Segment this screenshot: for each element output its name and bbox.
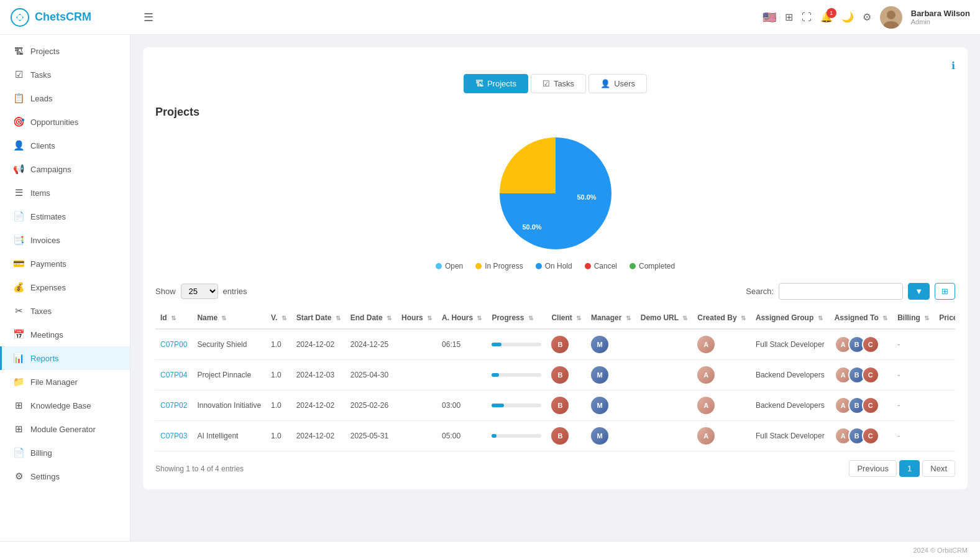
client-avatar: B [551,427,569,445]
sidebar-item-settings[interactable]: ⚙ Settings [0,464,130,488]
tab-projects-icon: 🏗 [475,79,483,88]
assignee-avatar: C [862,366,879,384]
project-id-link[interactable]: C07P02 [160,401,187,410]
col-version[interactable]: V. ⇅ [266,307,291,329]
project-id-link[interactable]: C07P00 [160,340,187,349]
sidebar-item-expenses[interactable]: 💰 Expenses [0,275,130,299]
project-id-link[interactable]: C07P04 [160,371,187,379]
col-progress[interactable]: Progress ⇅ [487,307,546,329]
tab-tasks[interactable]: ☑ Tasks [531,74,586,93]
created-by-avatar: A [697,397,715,414]
hamburger-button[interactable]: ☰ [139,8,158,27]
project-name: Innovation Initiative [192,390,266,421]
sidebar-item-label: Opportunities [30,118,78,127]
sidebar-item-leads[interactable]: 📋 Leads [0,86,130,110]
sidebar-item-meetings[interactable]: 📅 Meetings [0,323,130,346]
col-a-hours[interactable]: A. Hours ⇅ [437,307,487,329]
sidebar-item-file-manager[interactable]: 📁 File Manager [0,370,130,394]
sidebar-item-tasks[interactable]: ☑ Tasks [0,63,130,86]
dark-mode-icon[interactable]: 🌙 [841,11,854,23]
search-input[interactable] [779,283,903,300]
sidebar-item-knowledge-base[interactable]: ⊞ Knowledge Base [0,394,130,417]
col-name[interactable]: Name ⇅ [192,307,266,329]
project-client: B [546,329,586,360]
list-view-button[interactable]: ▼ [908,283,930,300]
footer: 2024 © OrbitCRM [0,541,980,559]
project-assigned-to: A B C [830,360,892,390]
page-1-button[interactable]: 1 [899,460,920,477]
list-view-icon: ▼ [915,287,923,296]
settings-sidebar-icon: ⚙ [13,471,24,482]
col-created-by[interactable]: Created By ⇅ [692,307,751,329]
sidebar-item-projects[interactable]: 🏗 Projects [0,40,130,63]
sidebar-item-clients[interactable]: 👤 Clients [0,134,130,157]
col-demo-url[interactable]: Demo URL ⇅ [636,307,692,329]
project-created-by: A [692,421,751,451]
sidebar-item-campaigns[interactable]: 📢 Campaigns [0,157,130,181]
sidebar-item-label: Settings [30,472,60,481]
tab-projects[interactable]: 🏗 Projects [464,74,528,93]
project-manager: M [586,329,636,360]
notification-icon[interactable]: 🔔 1 [820,11,833,23]
col-assigned-group[interactable]: Assigned Group ⇅ [751,307,830,329]
project-a-hours: 05:00 [437,421,487,451]
svg-text:50.0%: 50.0% [522,223,541,231]
avatar[interactable] [880,6,902,29]
assignee-avatar: C [862,427,879,445]
col-billing[interactable]: Billing ⇅ [892,307,934,329]
col-price[interactable]: Price ⇅ [934,307,955,329]
project-id-link[interactable]: C07P03 [160,432,187,440]
apps-icon[interactable]: ⊞ [785,11,793,23]
sidebar-item-estimates[interactable]: 📄 Estimates [0,205,130,228]
assignee-avatar: C [862,397,879,414]
project-billing: - [892,390,934,421]
logo-icon [10,7,30,27]
previous-button[interactable]: Previous [849,460,897,477]
grid-view-button[interactable]: ⊞ [935,283,955,300]
col-manager[interactable]: Manager ⇅ [586,307,636,329]
sidebar-item-taxes[interactable]: ✂ Taxes [0,299,130,323]
project-client: B [546,421,586,451]
sidebar-item-reports[interactable]: 📊 Reports [0,346,130,370]
language-flag[interactable]: 🇺🇸 [762,11,776,24]
show-label: Show [155,287,176,296]
expenses-icon: 💰 [13,282,24,293]
sidebar-item-label: Invoices [30,236,60,245]
created-by-avatar: A [697,336,715,353]
project-end-date: 2025-05-31 [346,421,396,451]
table-row: C07P00 Security Shield 1.0 2024-12-02 20… [155,329,955,360]
settings-icon[interactable]: ⚙ [863,11,871,23]
col-end-date[interactable]: End Date ⇅ [346,307,396,329]
manager-avatar: M [591,336,608,353]
tab-users[interactable]: 👤 Users [588,74,647,93]
assignee-avatar: C [862,336,879,353]
project-created-by: A [692,360,751,390]
sidebar-item-module-generator[interactable]: ⊞ Module Generator [0,417,130,441]
col-id[interactable]: Id ⇅ [155,307,192,329]
col-assigned-to[interactable]: Assigned To ⇅ [830,307,892,329]
sidebar-item-opportunities[interactable]: 🎯 Opportunities [0,110,130,134]
sidebar-item-payments[interactable]: 💳 Payments [0,252,130,275]
project-start-date: 2024-12-03 [291,360,346,390]
legend-on-hold: On Hold [536,262,572,270]
cancel-label: Cancel [594,262,617,270]
project-assigned-to: A B C [830,329,892,360]
assigned-to-group: A B C [835,397,887,414]
project-created-by: A [692,329,751,360]
sidebar-item-invoices[interactable]: 📑 Invoices [0,228,130,252]
col-client[interactable]: Client ⇅ [546,307,586,329]
pagination-info: Showing 1 to 4 of 4 entries [155,464,244,473]
project-price [934,329,955,360]
next-button[interactable]: Next [922,460,955,477]
col-hours[interactable]: Hours ⇅ [396,307,437,329]
tabs: 🏗 Projects ☑ Tasks 👤 Users [155,74,955,93]
info-icon[interactable]: ℹ [951,60,955,72]
fullscreen-icon[interactable]: ⛶ [802,12,812,23]
sidebar-item-billing[interactable]: 📄 Billing [0,441,130,464]
sidebar-item-items[interactable]: ☰ Items [0,181,130,205]
project-start-date: 2024-12-02 [291,329,346,360]
estimates-icon: 📄 [13,211,24,222]
entries-select[interactable]: 25 10 50 100 [181,284,218,299]
col-start-date[interactable]: Start Date ⇅ [291,307,346,329]
project-assigned-group: Full Stack Developer [751,421,830,451]
